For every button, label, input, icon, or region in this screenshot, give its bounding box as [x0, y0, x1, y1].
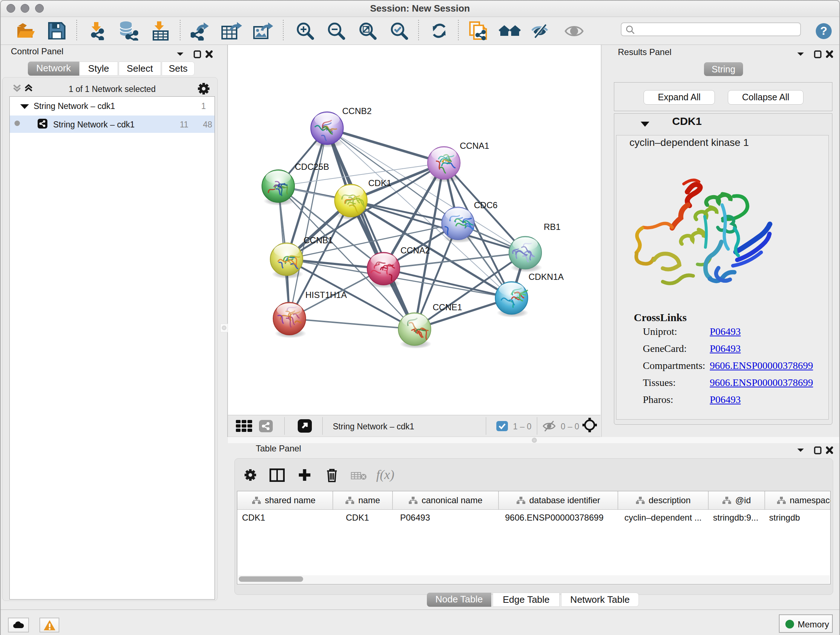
svg-text:CCNB1: CCNB1 — [303, 235, 333, 245]
svg-text:HIST1H1A: HIST1H1A — [305, 290, 347, 300]
svg-text:CCNE1: CCNE1 — [433, 302, 462, 312]
svg-text:CDC25B: CDC25B — [295, 162, 329, 172]
svg-text:RB1: RB1 — [544, 222, 561, 232]
svg-text:CCNB2: CCNB2 — [342, 106, 371, 116]
svg-text:CCNA2: CCNA2 — [401, 245, 430, 255]
svg-text:CDKN1A: CDKN1A — [529, 272, 564, 282]
svg-text:CDK1: CDK1 — [368, 178, 392, 188]
svg-text:CCNA1: CCNA1 — [460, 141, 489, 150]
svg-text:CDC6: CDC6 — [474, 200, 497, 210]
svg-text:?: ? — [820, 24, 827, 37]
